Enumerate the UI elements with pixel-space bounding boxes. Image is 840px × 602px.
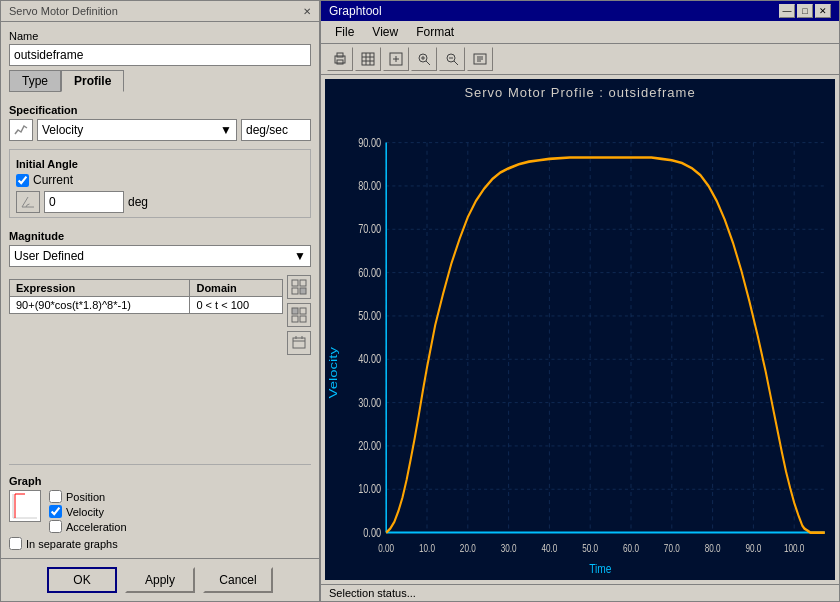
print-btn[interactable] [327, 47, 353, 71]
user-defined-dropdown[interactable]: User Defined ▼ [9, 245, 311, 267]
table-row[interactable]: 90+(90*cos(t*1.8)^8*-1) 0 < t < 100 [10, 297, 283, 314]
unit-display: deg/sec [241, 119, 311, 141]
svg-rect-8 [292, 316, 298, 322]
zoom-fit-btn[interactable] [383, 47, 409, 71]
graph-svg: Velocity 90.00 [325, 102, 835, 580]
tabs-row: Type Profile [9, 70, 311, 92]
position-label: Position [66, 491, 105, 503]
tab-profile[interactable]: Profile [61, 70, 124, 92]
position-checkbox[interactable] [49, 490, 62, 503]
svg-rect-9 [300, 316, 306, 322]
position-checkbox-row: Position [49, 490, 127, 503]
zoom-in-btn[interactable] [411, 47, 437, 71]
name-section: Name [9, 30, 311, 66]
velocity-checkbox[interactable] [49, 505, 62, 518]
svg-text:Velocity (deg/sec): Velocity (deg/sec) [564, 578, 636, 580]
svg-text:20.00: 20.00 [358, 439, 381, 453]
graph-section: Graph Position [9, 464, 311, 550]
spec-row: Velocity ▼ deg/sec [9, 119, 311, 141]
graphtool-panel: Graphtool — □ ✕ File View Format [320, 0, 840, 602]
close-btn[interactable]: ✕ [815, 4, 831, 18]
menu-bar: File View Format [321, 21, 839, 44]
grid-btn[interactable] [355, 47, 381, 71]
add-row-btn[interactable] [287, 275, 311, 299]
bottom-buttons: OK Apply Cancel [1, 558, 319, 601]
graph-preview-icon [9, 490, 41, 522]
current-checkbox[interactable] [16, 174, 29, 187]
svg-text:40.00: 40.00 [358, 352, 381, 366]
svg-rect-4 [292, 288, 298, 294]
svg-text:30.00: 30.00 [358, 395, 381, 409]
svg-text:50.00: 50.00 [358, 309, 381, 323]
svg-text:90.0: 90.0 [745, 541, 761, 553]
servo-motor-definition-panel: Servo Motor Definition ✕ Name Type Profi… [0, 0, 320, 602]
angle-input[interactable] [44, 191, 124, 213]
menu-format[interactable]: Format [408, 23, 462, 41]
graph-area: Servo Motor Profile : outsideframe Veloc… [325, 79, 835, 580]
spec-icon [9, 119, 33, 141]
svg-text:60.0: 60.0 [623, 541, 639, 553]
left-close-btn[interactable]: ✕ [303, 6, 311, 17]
edit-row-btn[interactable] [287, 303, 311, 327]
ok-button[interactable]: OK [47, 567, 117, 593]
maximize-btn[interactable]: □ [797, 4, 813, 18]
angle-input-row: deg [16, 191, 304, 213]
table-icons [287, 275, 311, 355]
velocity-dropdown[interactable]: Velocity ▼ [37, 119, 237, 141]
svg-text:80.00: 80.00 [358, 179, 381, 193]
tab-type[interactable]: Type [9, 70, 61, 92]
export-btn[interactable] [467, 47, 493, 71]
titlebar-buttons: — □ ✕ [779, 4, 831, 18]
svg-text:30.0: 30.0 [501, 541, 517, 553]
separate-graphs-checkbox[interactable] [9, 537, 22, 550]
name-input[interactable] [9, 44, 311, 66]
svg-rect-3 [300, 280, 306, 286]
domain-cell: 0 < t < 100 [190, 297, 283, 314]
initial-angle-section: Initial Angle Current deg [9, 149, 311, 218]
cancel-button[interactable]: Cancel [203, 567, 273, 593]
svg-text:0.00: 0.00 [363, 525, 381, 539]
graph-title-text: Graphtool [329, 4, 382, 18]
acceleration-checkbox-row: Acceleration [49, 520, 127, 533]
magnitude-section: Magnitude User Defined ▼ [9, 226, 311, 267]
svg-text:40.0: 40.0 [541, 541, 557, 553]
svg-text:10.00: 10.00 [358, 482, 381, 496]
current-checkbox-row: Current [16, 173, 304, 187]
svg-text:70.00: 70.00 [358, 222, 381, 236]
zoom-out-btn[interactable] [439, 47, 465, 71]
initial-angle-label: Initial Angle [16, 158, 304, 170]
svg-rect-10 [293, 338, 305, 348]
name-label: Name [9, 30, 311, 42]
graph-titlebar: Graphtool — □ ✕ [321, 1, 839, 21]
svg-text:Time: Time [589, 561, 612, 577]
svg-line-30 [426, 61, 430, 65]
svg-text:100.0: 100.0 [784, 541, 804, 553]
svg-text:20.0: 20.0 [460, 541, 476, 553]
specification-section: Specification Velocity ▼ deg/sec [9, 100, 311, 145]
graph-label: Graph [9, 475, 311, 487]
delete-row-btn[interactable] [287, 331, 311, 355]
minimize-btn[interactable]: — [779, 4, 795, 18]
svg-text:10.0: 10.0 [419, 541, 435, 553]
velocity-checkbox-row: Velocity [49, 505, 127, 518]
graph-toolbar [321, 44, 839, 75]
svg-rect-25 [362, 53, 374, 65]
svg-text:70.0: 70.0 [664, 541, 680, 553]
panel-content: Name Type Profile Specification [1, 22, 319, 558]
graph-row: Position Velocity Acceleration [9, 490, 311, 533]
angle-unit: deg [128, 195, 148, 209]
apply-button[interactable]: Apply [125, 567, 195, 593]
table-wrapper: Expression Domain 90+(90*cos(t*1.8)^8*-1… [9, 275, 283, 355]
svg-rect-6 [292, 308, 298, 314]
col-expression: Expression [10, 280, 190, 297]
svg-text:80.0: 80.0 [705, 541, 721, 553]
acceleration-checkbox[interactable] [49, 520, 62, 533]
col-domain: Domain [190, 280, 283, 297]
left-titlebar: Servo Motor Definition ✕ [1, 1, 319, 22]
svg-rect-5 [300, 288, 306, 294]
menu-file[interactable]: File [327, 23, 362, 41]
svg-text:0.00: 0.00 [378, 541, 394, 553]
menu-view[interactable]: View [364, 23, 406, 41]
graph-checkboxes: Position Velocity Acceleration [49, 490, 127, 533]
status-bar: Selection status... [321, 584, 839, 601]
